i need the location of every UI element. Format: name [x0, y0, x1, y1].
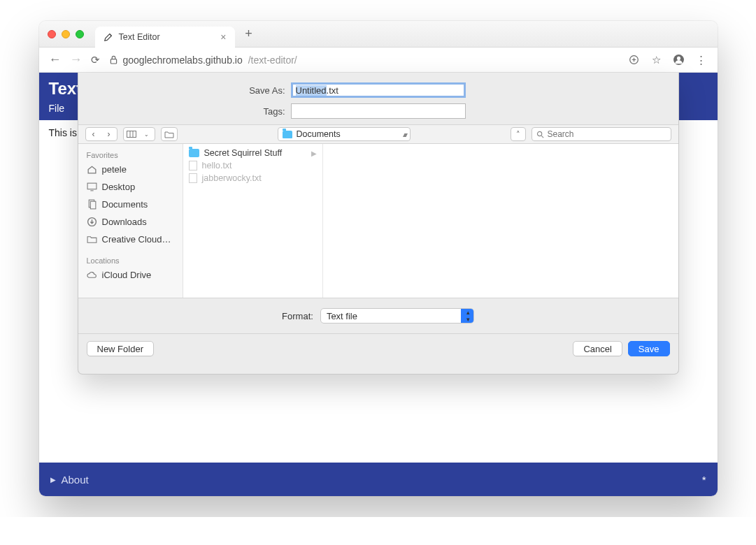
chevron-right-icon: ▶	[311, 150, 317, 157]
save-as-input[interactable]: Untitled.txt	[291, 82, 466, 98]
browser-window: Text Editor × + ← → ⟳ googlechromelabs.g…	[39, 21, 718, 496]
nav-back-icon[interactable]: ‹	[86, 129, 101, 139]
nav-history-segment[interactable]: ‹›	[85, 127, 117, 141]
folder-icon	[283, 131, 292, 138]
unsaved-indicator: *	[702, 474, 706, 486]
kebab-menu-icon[interactable]: ⋮	[695, 54, 708, 66]
file-name: hello.txt	[202, 161, 232, 170]
maximize-window-button[interactable]	[76, 30, 84, 38]
footer-about-link[interactable]: About	[62, 474, 89, 486]
pencil-icon	[104, 32, 113, 42]
documents-icon	[87, 199, 97, 210]
bookmark-star-icon[interactable]: ☆	[650, 54, 663, 66]
sidebar-item-desktop[interactable]: Desktop	[83, 178, 178, 196]
sidebar: Favorites petele Desktop Documents	[78, 144, 183, 298]
app-footer: ▶ About *	[39, 463, 718, 496]
tags-label: Tags:	[90, 106, 291, 117]
tab-close-button[interactable]: ×	[220, 31, 226, 43]
cancel-button[interactable]: Cancel	[573, 341, 622, 356]
svg-rect-4	[127, 131, 136, 138]
view-dropdown-icon[interactable]: ⌄	[139, 131, 155, 138]
stepper-icon: ▴▾	[403, 131, 406, 138]
nav-back-button[interactable]: ←	[49, 52, 60, 67]
folder-icon	[189, 149, 199, 157]
sidebar-item-icloud[interactable]: iCloud Drive	[83, 266, 178, 284]
sidebar-item-downloads[interactable]: Downloads	[83, 213, 178, 231]
go-up-button[interactable]: ˄	[511, 127, 526, 141]
file-column-2	[323, 144, 678, 298]
folder-outline-icon	[162, 131, 177, 138]
dialog-buttons-row: New Folder Cancel Save	[78, 333, 678, 363]
svg-rect-8	[90, 201, 96, 209]
file-name: jabberwocky.txt	[202, 173, 262, 183]
new-folder-button[interactable]: New Folder	[87, 341, 154, 356]
format-row: Format: Text file ▴▾	[78, 298, 678, 333]
url-host: googlechromelabs.github.io	[123, 54, 243, 66]
dialog-search-field[interactable]	[532, 127, 671, 141]
sidebar-item-home[interactable]: petele	[83, 161, 178, 178]
file-browser: Favorites petele Desktop Documents	[78, 144, 678, 298]
document-icon	[189, 173, 197, 183]
nav-forward-button[interactable]: →	[70, 52, 81, 67]
sidebar-head-locations: Locations	[83, 254, 178, 266]
dialog-header-fields: Save As: Untitled.txt Tags:	[78, 73, 678, 124]
toolbar-right: ☆ ⋮	[628, 54, 708, 66]
location-dropdown[interactable]: Documents ▴▾	[278, 127, 411, 141]
svg-rect-0	[110, 59, 116, 64]
address-bar[interactable]: googlechromelabs.github.io/text-editor/	[110, 54, 618, 66]
install-app-icon[interactable]	[628, 54, 641, 65]
sidebar-item-creative-cloud[interactable]: Creative Cloud…	[83, 231, 178, 248]
save-as-label: Save As:	[90, 85, 291, 96]
save-as-field-wrap: Untitled.txt	[291, 82, 466, 98]
view-mode-segment[interactable]: ⌄	[123, 127, 155, 141]
document-icon	[189, 161, 197, 170]
sidebar-item-label: Downloads	[102, 217, 147, 227]
sidebar-head-favorites: Favorites	[83, 148, 178, 161]
profile-icon[interactable]	[673, 54, 685, 66]
dialog-toolbar: ‹› ⌄ Documents ▴▾ ˄	[78, 124, 678, 144]
chrome-titlebar: Text Editor × +	[39, 21, 718, 48]
group-by-button[interactable]	[161, 127, 178, 141]
file-row-folder[interactable]: Secret Squirrel Stuff ▶	[183, 147, 322, 159]
save-file-dialog: Save As: Untitled.txt Tags: ‹› ⌄	[78, 73, 679, 375]
location-name: Documents	[297, 129, 341, 139]
search-icon	[536, 131, 544, 138]
tags-input[interactable]	[291, 103, 466, 119]
sidebar-item-label: Documents	[102, 199, 148, 210]
save-button[interactable]: Save	[628, 341, 670, 356]
desktop-icon	[87, 182, 97, 192]
nav-forward-icon[interactable]: ›	[101, 129, 117, 139]
sidebar-item-label: Creative Cloud…	[102, 234, 171, 245]
reload-button[interactable]: ⟳	[91, 54, 100, 66]
format-label: Format:	[282, 311, 313, 321]
folder-icon	[87, 234, 97, 245]
sidebar-item-label: Desktop	[102, 182, 136, 192]
home-icon	[87, 164, 97, 175]
downloads-icon	[87, 217, 97, 227]
file-column-1: Secret Squirrel Stuff ▶ hello.txt jabber…	[183, 144, 323, 298]
page-content: Text File This is a n ▶ About * Save As:…	[39, 73, 718, 496]
svg-point-5	[537, 131, 541, 136]
disclosure-icon[interactable]: ▶	[50, 476, 56, 484]
tab-title: Text Editor	[119, 32, 160, 42]
address-bar-row: ← → ⟳ googlechromelabs.github.io/text-ed…	[39, 48, 718, 73]
sidebar-item-documents[interactable]: Documents	[83, 196, 178, 213]
minimize-window-button[interactable]	[62, 30, 70, 38]
svg-rect-6	[87, 183, 97, 189]
sidebar-item-label: petele	[102, 164, 127, 175]
stepper-icon: ▴▾	[461, 309, 473, 323]
format-select[interactable]: Text file ▴▾	[320, 308, 474, 324]
window-controls	[48, 30, 84, 38]
lock-icon	[110, 55, 117, 64]
file-row-text[interactable]: jabberwocky.txt	[183, 172, 322, 184]
file-row-text[interactable]: hello.txt	[183, 159, 322, 172]
close-window-button[interactable]	[48, 30, 56, 38]
file-name: Secret Squirrel Stuff	[204, 148, 283, 158]
sidebar-item-label: iCloud Drive	[102, 270, 152, 280]
browser-tab[interactable]: Text Editor ×	[95, 27, 235, 48]
url-path: /text-editor/	[248, 54, 297, 66]
cloud-icon	[87, 270, 97, 280]
dialog-search-input[interactable]	[548, 129, 666, 139]
new-tab-button[interactable]: +	[241, 27, 257, 41]
column-view-icon[interactable]	[124, 131, 139, 138]
